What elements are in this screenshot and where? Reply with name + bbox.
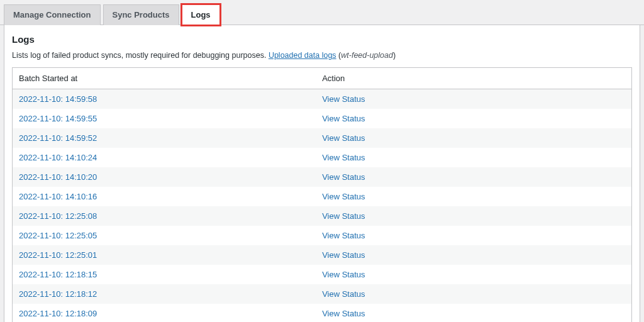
tab-bar: Manage Connection Sync Products Logs: [0, 0, 644, 25]
logs-tbody: 2022-11-10: 14:59:58View Status2022-11-1…: [13, 89, 632, 323]
desc-paren-close: ): [393, 51, 396, 60]
view-status-link[interactable]: View Status: [322, 211, 365, 221]
table-row: 2022-11-10: 14:10:24View Status: [13, 148, 632, 167]
table-row: 2022-11-10: 14:10:20View Status: [13, 167, 632, 187]
view-status-link[interactable]: View Status: [322, 94, 365, 104]
batch-timestamp-link[interactable]: 2022-11-10: 12:18:12: [19, 289, 97, 299]
batch-timestamp-link[interactable]: 2022-11-10: 14:10:24: [19, 153, 97, 162]
view-status-link[interactable]: View Status: [322, 192, 365, 201]
page-title: Logs: [12, 34, 632, 45]
table-row: 2022-11-10: 14:59:58View Status: [13, 89, 632, 109]
page-description: Lists log of failed product syncs, mostl…: [12, 51, 632, 60]
tab-manage-connection[interactable]: Manage Connection: [4, 4, 101, 25]
col-action: Action: [316, 68, 631, 89]
view-status-link[interactable]: View Status: [322, 270, 365, 279]
batch-timestamp-link[interactable]: 2022-11-10: 12:25:05: [19, 231, 97, 240]
table-row: 2022-11-10: 14:59:52View Status: [13, 128, 632, 148]
view-status-link[interactable]: View Status: [322, 250, 365, 260]
tab-logs[interactable]: Logs: [182, 4, 220, 25]
view-status-link[interactable]: View Status: [322, 289, 365, 299]
col-batch-started: Batch Started at: [13, 68, 316, 89]
view-status-link[interactable]: View Status: [322, 114, 365, 123]
tab-sync-products[interactable]: Sync Products: [103, 4, 179, 25]
table-row: 2022-11-10: 14:10:16View Status: [13, 187, 632, 206]
view-status-link[interactable]: View Status: [322, 172, 365, 182]
batch-timestamp-link[interactable]: 2022-11-10: 14:59:55: [19, 114, 97, 123]
batch-timestamp-link[interactable]: 2022-11-10: 14:10:16: [19, 192, 97, 201]
table-row: 2022-11-10: 12:25:01View Status: [13, 245, 632, 265]
table-row: 2022-11-10: 14:59:55View Status: [13, 109, 632, 128]
table-row: 2022-11-10: 12:18:12View Status: [13, 284, 632, 304]
batch-timestamp-link[interactable]: 2022-11-10: 12:25:01: [19, 250, 97, 260]
logs-panel: Logs Lists log of failed product syncs, …: [4, 25, 640, 322]
batch-timestamp-link[interactable]: 2022-11-10: 14:59:52: [19, 133, 97, 143]
table-row: 2022-11-10: 12:25:05View Status: [13, 226, 632, 245]
view-status-link[interactable]: View Status: [322, 309, 365, 318]
batch-timestamp-link[interactable]: 2022-11-10: 12:25:08: [19, 211, 97, 221]
desc-text: Lists log of failed product syncs, mostl…: [12, 51, 269, 60]
uploaded-data-logs-link[interactable]: Uploaded data logs: [269, 51, 336, 60]
view-status-link[interactable]: View Status: [322, 231, 365, 240]
table-row: 2022-11-10: 12:25:08View Status: [13, 206, 632, 226]
table-row: 2022-11-10: 12:18:09View Status: [13, 304, 632, 322]
app-window: Manage Connection Sync Products Logs Log…: [0, 0, 644, 322]
view-status-link[interactable]: View Status: [322, 133, 365, 143]
batch-timestamp-link[interactable]: 2022-11-10: 12:18:15: [19, 270, 97, 279]
desc-slug: wt-feed-upload: [341, 51, 393, 60]
batch-timestamp-link[interactable]: 2022-11-10: 12:18:09: [19, 309, 97, 318]
logs-table: Batch Started at Action 2022-11-10: 14:5…: [12, 67, 632, 322]
batch-timestamp-link[interactable]: 2022-11-10: 14:10:20: [19, 172, 97, 182]
view-status-link[interactable]: View Status: [322, 153, 365, 162]
batch-timestamp-link[interactable]: 2022-11-10: 14:59:58: [19, 94, 97, 104]
table-row: 2022-11-10: 12:18:15View Status: [13, 265, 632, 284]
